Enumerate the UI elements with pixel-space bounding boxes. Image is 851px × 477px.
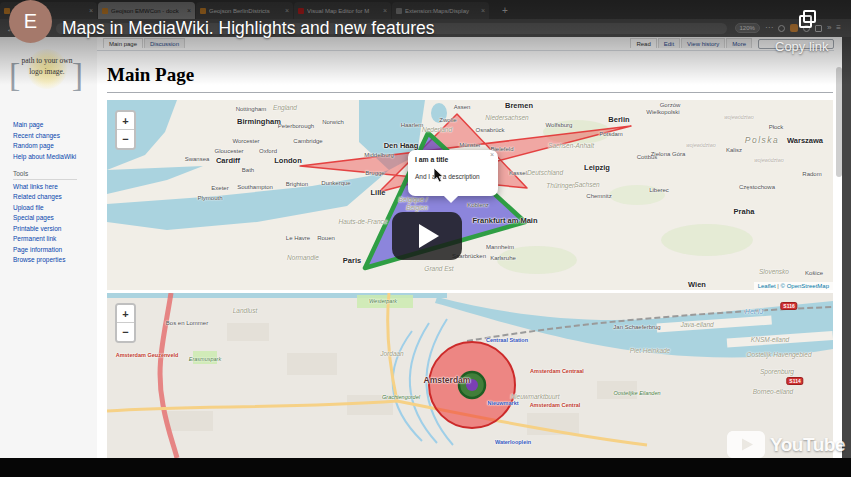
tab-favicon-icon [102,8,108,14]
sidebar-nav-item: Main page [13,121,97,128]
copy-link-button[interactable]: Copy link [775,39,828,54]
window-edge [842,37,851,477]
copy-icon[interactable] [799,10,814,28]
scrollbar-thumb[interactable] [836,67,842,177]
map-label: Paris [343,256,361,265]
view-tab[interactable]: Read [630,38,656,48]
map-label: Cambridge [293,138,322,144]
map-label: Waterlooplein [495,439,531,445]
sidebar-nav-item: Recent changes [13,132,97,139]
zoom-in-button[interactable]: + [117,112,134,130]
chevrons-icon[interactable]: » [827,24,831,32]
namespace-tab[interactable]: Main page [103,38,143,48]
tab-close-icon[interactable]: × [89,7,93,14]
sidebar-tool-link[interactable]: Special pages [13,214,54,221]
tab-close-icon[interactable]: × [187,7,191,14]
map-label: England [273,104,297,111]
leaflet-link[interactable]: Leaflet [758,283,776,289]
map-label: województwo [686,142,716,148]
grid-icon[interactable] [815,25,822,32]
osm-link[interactable]: © OpenStreetMap [781,283,829,289]
browser-tab[interactable]: Geojson EMWCon - dock × [98,2,195,19]
map-zoom-control: + − [115,110,136,150]
sidebar-tool-link[interactable]: Page information [13,246,62,253]
map-label: Wolfsburg [546,122,573,128]
map-label: Amsterdam Geuzenveld [116,352,179,358]
shield-icon[interactable] [778,25,785,32]
map-label: Münster [459,142,481,148]
zoom-out-button[interactable]: − [117,130,134,148]
map-label: Amsterdam Central [530,402,581,408]
map-label: Chemnitz [586,193,611,199]
map-label: Brighton [286,181,308,187]
sidebar-tools-item: What links here [13,183,97,190]
map-label: Worcester [232,138,259,144]
video-player: …lt × Geojson EMWCon - dock × Geojson Be… [0,0,851,477]
youtube-watermark[interactable]: YouTube [727,431,845,458]
sidebar-tools-item: Permanent link [13,235,97,242]
map-label: Grand Est [424,265,453,272]
extension-icon[interactable] [790,24,798,32]
logo-placeholder-text: path to your own logo image. [19,55,75,78]
overflow-dots-icon[interactable]: ⋯ [765,24,773,32]
sidebar-link[interactable]: Help about MediaWiki [13,153,76,160]
zoom-level-badge[interactable]: 120% [735,23,760,33]
map-label: Kassel [509,170,527,176]
play-button[interactable] [392,212,462,260]
tab-close-icon[interactable]: × [481,7,485,14]
map-label: Java-eiland [680,321,713,328]
sidebar-tool-link[interactable]: Browse properties [13,256,65,263]
amsterdam-map[interactable]: Bos en LommerLandlustAmsterdam Geuzenvel… [107,293,833,458]
sidebar-tool-link[interactable]: Permanent link [13,235,56,242]
hamburger-menu-icon[interactable]: ≡ [836,24,841,32]
browser-tab[interactable]: Extension:Maps/Display × [392,2,489,19]
sidebar-link[interactable]: Random page [13,142,54,149]
map-label: Częstochowa [739,184,775,190]
map-label: Kalisz [726,147,742,153]
sidebar-tool-link[interactable]: Upload file [13,204,44,211]
namespace-tab[interactable]: Discussion [144,38,185,48]
sidebar-tool-link[interactable]: Printable version [13,225,61,232]
map-label: Brugge [365,170,384,176]
zoom-out-button[interactable]: − [117,323,134,341]
tab-favicon-icon [200,8,206,14]
mouse-cursor-icon [434,168,445,183]
sidebar-tools-item: Upload file [13,204,97,211]
map-label: Koblenz [467,202,489,208]
map-label: Wien [688,280,706,289]
namespace-tabs: Main pageDiscussion [103,38,185,48]
map-label: London [274,156,302,165]
popup-close-icon[interactable]: × [490,151,494,158]
map-label: Assen [454,104,471,110]
popup-description: And I am a description [415,173,491,180]
tab-close-icon[interactable]: × [285,7,289,14]
map-label: Centraal Station [486,337,528,343]
video-title[interactable]: Maps in MediaWiki. Highlights and new fe… [62,18,435,39]
channel-avatar[interactable]: E [9,0,52,43]
map-label: Haarlem [401,122,424,128]
wiki-logo-placeholder[interactable]: [ ] path to your own logo image. [13,47,81,105]
map-label: Nederland [422,126,452,133]
tab-close-icon[interactable]: × [383,7,387,14]
browser-tab[interactable]: Visual Map Editor for M × [294,2,391,19]
map-label: Lille [370,188,385,197]
new-tab-button[interactable]: + [497,2,513,19]
zoom-in-button[interactable]: + [117,305,134,323]
browser-tab[interactable]: Geojson BerlinDistricts × [196,2,293,19]
sidebar-link[interactable]: Recent changes [13,132,60,139]
map-popup: I am a title And I am a description × [408,150,498,196]
view-tab[interactable]: More [726,38,752,48]
wiki-sidebar: [ ] path to your own logo image. Main pa… [0,37,97,458]
map-label: Amsterdam [424,375,471,385]
europe-map[interactable]: EnglandNottinghamNorwichPeterboroughCamb… [107,100,833,290]
map-label: Jordaan [380,350,404,357]
sidebar-link[interactable]: Main page [13,121,43,128]
map-label: Sporenburg [760,368,794,375]
sidebar-tool-link[interactable]: What links here [13,183,58,190]
view-tab[interactable]: Edit [658,38,680,48]
tab-title: Geojson EMWCon - dock [111,8,185,14]
map-label: Southampton [237,184,273,190]
sidebar-tool-link[interactable]: Related changes [13,193,62,200]
view-tab[interactable]: View history [681,38,725,48]
sidebar-nav-item: Help about MediaWiki [13,153,97,160]
